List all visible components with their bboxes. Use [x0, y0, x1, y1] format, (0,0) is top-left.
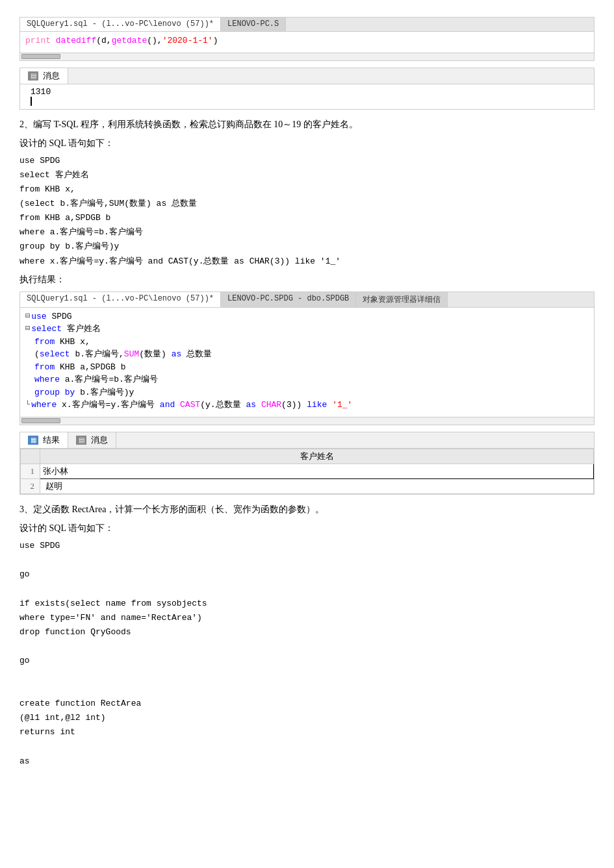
tab-object[interactable]: 对象资源管理器详细信 [356, 292, 448, 307]
paren-sum: (数量) [139, 348, 171, 361]
kw-as2: as [246, 399, 261, 412]
result-panel-1: ▤ 消息 1310 [19, 68, 595, 110]
tree-icon-last: └ [25, 399, 30, 410]
code-line-subselect: (select b.客户编号,SUM(数量) as 总数量 [25, 348, 589, 361]
scrollbar-thumb-1[interactable] [21, 54, 60, 59]
tab-bar-2: SQLQuery1.sql - (l...vo-PC\lenovo (57))*… [20, 292, 594, 308]
sql-line-4: (select b.客户编号,SUM(数量) as 总数量 [19, 197, 595, 211]
s3-line-6: where type='FN' and name='RectArea') [19, 611, 595, 625]
alias-zsl: 总数量 [186, 348, 212, 361]
s3-line-10 [19, 668, 595, 682]
s3-line-9: go [19, 654, 595, 668]
s3-line-8 [19, 639, 595, 654]
kw-select2: select [40, 348, 75, 361]
s3-line-13: (@l1 int,@l2 int) [19, 711, 595, 725]
kw-as1: as [172, 348, 186, 361]
section3-header: 3、定义函数 RectArea，计算一个长方形的面积（长、宽作为函数的参数）。 [19, 501, 595, 517]
result-panel-2: ▦ 结果 ▤ 消息 客户姓名 1 张小林 [19, 432, 595, 495]
indent-gb [25, 386, 34, 399]
code-line-where1: where a.客户编号=b.客户编号 [25, 373, 589, 386]
char-args: (3)) [281, 399, 307, 412]
tab-spdg[interactable]: LENOVO-PC.SPDG - dbo.SPDGB [221, 292, 356, 307]
result-tab-result[interactable]: ▦ 结果 [20, 432, 68, 448]
result-tab-result-label: 结果 [43, 434, 60, 446]
section2-sql: use SPDG select 客户姓名 from KHB x, (select… [19, 154, 595, 269]
paren-open: ( [34, 348, 40, 361]
kw-print: print [25, 34, 56, 47]
code-line-from: from KHB x, [25, 336, 589, 349]
section2-subheader: 设计的 SQL 语句如下： [19, 135, 595, 151]
code-line-select: ⊟ select 客户姓名 [25, 323, 589, 336]
result-rownum-2: 2 [21, 478, 40, 493]
result-tabs-1: ▤ 消息 [20, 68, 594, 84]
s3-line-12: create function RectArea [19, 697, 595, 711]
indent-w1 [25, 373, 34, 386]
result-tab-message2[interactable]: ▤ 消息 [68, 432, 116, 448]
code-block-1: SQLQuery1.sql - (l...vo-PC\lenovo (57))*… [19, 17, 595, 61]
sql-line-8: where x.客户编号=y.客户编号 and CAST(y.总数量 as CH… [19, 254, 595, 269]
result-header-row: 客户姓名 [21, 449, 594, 464]
fn-sum: SUM [124, 348, 139, 361]
fn-getdate: getdate [112, 34, 147, 47]
col-bkh2: b.客户编号)y [80, 386, 134, 399]
result-row-1: 1 张小林 [21, 464, 594, 478]
tbl-khba: KHB a,SPDGB b [60, 361, 125, 374]
s3-line-1: use SPDG [19, 539, 595, 553]
s3-line-2 [19, 553, 595, 567]
s3-line-3: go [19, 567, 595, 582]
kw-use: use [31, 310, 51, 323]
result-tab-msg-label: 消息 [43, 70, 60, 82]
kw-where1: where [34, 373, 65, 386]
result-number: 1310 [31, 87, 583, 97]
tbl-khb: KHB x, [60, 336, 90, 349]
cast-args: (y.总数量 [200, 399, 246, 412]
kw-select: select [31, 323, 67, 336]
sql-line-7: group by b.客户编号)y [19, 240, 595, 254]
result-tab-msg2-label: 消息 [91, 434, 108, 446]
s3-line-5: if exists(select name from sysobjects [19, 597, 595, 611]
col-bkh: b.客户编号, [75, 348, 123, 361]
section2-header: 2、编写 T-SQL 程序，利用系统转换函数，检索总订购商品数在 10～19 的… [19, 116, 595, 132]
s3-line-11 [19, 682, 595, 697]
code-paren2: (), [147, 34, 162, 47]
tab-sqlquery2[interactable]: SQLQuery1.sql - (l...vo-PC\lenovo (57))* [20, 292, 221, 307]
kw-where2: where [31, 399, 62, 412]
s3-line-7: drop function QryGoods [19, 625, 595, 639]
code-line-groupby: group by b.客户编号)y [25, 386, 589, 399]
result-tab-message1[interactable]: ▤ 消息 [20, 68, 68, 84]
kw-from: from [34, 336, 60, 349]
str-date: '2020-1-1' [162, 34, 213, 47]
scrollbar-thumb-2[interactable] [21, 418, 60, 423]
str-pattern: '1_' [332, 399, 352, 412]
scrollbar-2[interactable] [20, 417, 594, 425]
tree-icon-1: ⊟ [25, 310, 30, 322]
code-area-2: ⊟ use SPDG ⊟ select 客户姓名 from KHB x, (se… [20, 308, 594, 417]
fn-datediff: datediff [56, 34, 96, 47]
scrollbar-1[interactable] [20, 53, 594, 60]
code-close: ) [213, 34, 218, 47]
indent-f2 [25, 361, 34, 374]
section3-sql: use SPDG go if exists(select name from s… [19, 539, 595, 769]
fn-char: CHAR [261, 399, 281, 412]
db-spdg: SPDG [51, 310, 71, 323]
result-col-num [21, 449, 40, 464]
cursor [31, 97, 583, 106]
indent-ss [25, 348, 34, 361]
s3-line-16: as [19, 754, 595, 769]
result-tabs-2: ▦ 结果 ▤ 消息 [20, 432, 594, 449]
section3-subheader: 设计的 SQL 语句如下： [19, 520, 595, 536]
kw-and: and [160, 399, 180, 412]
tab-sqlquery1[interactable]: SQLQuery1.sql - (l...vo-PC\lenovo (57))* [20, 18, 221, 31]
col-khxm: 客户姓名 [67, 323, 101, 336]
sql-line-2: select 客户姓名 [19, 168, 595, 182]
tab-lenovo[interactable]: LENOVO-PC.S [221, 18, 286, 31]
s3-line-15 [19, 740, 595, 754]
msg-icon-2: ▤ [76, 436, 86, 445]
result-col-name: 客户姓名 [40, 449, 594, 464]
code-line-where2: └ where x.客户编号=y.客户编号 and CAST(y.总数量 as … [25, 399, 589, 412]
s3-line-14: returns int [19, 725, 595, 739]
indent-from [25, 336, 34, 349]
msg-icon-1: ▤ [28, 71, 38, 81]
code-line-from2: from KHB a,SPDGB b [25, 361, 589, 374]
result-table-container: 客户姓名 1 张小林 2 赵明 [20, 449, 594, 494]
